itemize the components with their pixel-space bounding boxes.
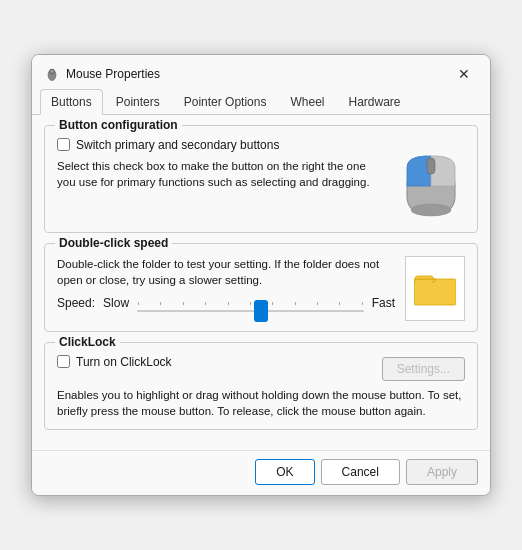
- clicklock-inner: Turn on ClickLock Settings...: [57, 355, 465, 381]
- cancel-button[interactable]: Cancel: [321, 459, 400, 485]
- button-config-body: Switch primary and secondary buttons Sel…: [57, 138, 465, 222]
- svg-rect-8: [416, 281, 432, 284]
- speed-slider[interactable]: [137, 301, 364, 321]
- double-click-desc: Double-click the folder to test your set…: [57, 256, 395, 288]
- folder-test-area[interactable]: [405, 256, 465, 321]
- folder-icon: [414, 269, 456, 307]
- close-button[interactable]: ✕: [450, 63, 478, 85]
- double-click-inner: Double-click the folder to test your set…: [57, 256, 465, 321]
- button-config-desc: Select this check box to make the button…: [57, 158, 387, 190]
- switch-buttons-label[interactable]: Switch primary and secondary buttons: [76, 138, 279, 152]
- speed-label: Speed:: [57, 296, 95, 310]
- svg-point-3: [51, 70, 53, 72]
- switch-buttons-checkbox[interactable]: [57, 138, 70, 151]
- svg-rect-5: [427, 158, 435, 174]
- clicklock-checkbox-row: Turn on ClickLock: [57, 355, 372, 369]
- fast-label: Fast: [372, 296, 395, 310]
- title-bar-left: Mouse Properties: [44, 66, 160, 82]
- clicklock-left: Turn on ClickLock: [57, 355, 372, 375]
- footer: OK Cancel Apply: [32, 450, 490, 495]
- button-config-section: Button configuration Switch primary and …: [44, 125, 478, 233]
- clicklock-title: ClickLock: [55, 335, 120, 349]
- button-config-title: Button configuration: [55, 118, 182, 132]
- tab-pointers[interactable]: Pointers: [105, 89, 171, 114]
- mouse-properties-window: Mouse Properties ✕ Buttons Pointers Poin…: [31, 54, 491, 496]
- tab-wheel[interactable]: Wheel: [279, 89, 335, 114]
- title-bar: Mouse Properties ✕: [32, 55, 490, 89]
- clicklock-desc: Enables you to highlight or drag without…: [57, 387, 465, 419]
- slow-label: Slow: [103, 296, 129, 310]
- button-config-inner: Switch primary and secondary buttons Sel…: [57, 138, 465, 222]
- ok-button[interactable]: OK: [255, 459, 314, 485]
- clicklock-body: Turn on ClickLock Settings... Enables yo…: [57, 355, 465, 419]
- tab-pointer-options[interactable]: Pointer Options: [173, 89, 278, 114]
- double-click-section: Double-click speed Double-click the fold…: [44, 243, 478, 332]
- window-title: Mouse Properties: [66, 67, 160, 81]
- clicklock-label[interactable]: Turn on ClickLock: [76, 355, 172, 369]
- clicklock-settings-button[interactable]: Settings...: [382, 357, 465, 381]
- primary-secondary-row: Switch primary and secondary buttons: [57, 138, 387, 152]
- speed-slider-wrapper: [137, 301, 364, 305]
- window-icon: [44, 66, 60, 82]
- double-click-body: Double-click the folder to test your set…: [57, 256, 465, 321]
- double-click-title: Double-click speed: [55, 236, 172, 250]
- tab-bar: Buttons Pointers Pointer Options Wheel H…: [32, 89, 490, 115]
- tab-hardware[interactable]: Hardware: [337, 89, 411, 114]
- speed-row: Speed: Slow Fas: [57, 296, 395, 310]
- button-config-text: Switch primary and secondary buttons Sel…: [57, 138, 397, 190]
- apply-button[interactable]: Apply: [406, 459, 478, 485]
- mouse-illustration: [397, 142, 465, 222]
- tab-buttons[interactable]: Buttons: [40, 89, 103, 115]
- clicklock-checkbox[interactable]: [57, 355, 70, 368]
- clicklock-section: ClickLock Turn on ClickLock Settings... …: [44, 342, 478, 430]
- content-area: Button configuration Switch primary and …: [32, 115, 490, 450]
- svg-point-6: [411, 204, 451, 216]
- double-click-left: Double-click the folder to test your set…: [57, 256, 405, 310]
